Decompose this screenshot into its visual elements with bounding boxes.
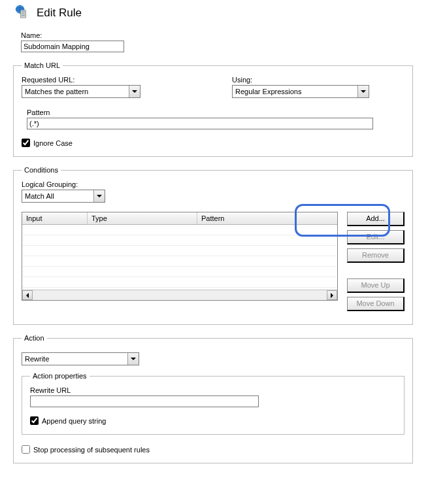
scroll-left-icon[interactable] <box>22 290 33 300</box>
using-label: Using: <box>232 76 369 84</box>
chevron-down-icon <box>93 190 105 202</box>
requested-url-label: Requested URL: <box>22 76 141 84</box>
svg-rect-5 <box>22 15 25 16</box>
ignore-case-label: Ignore Case <box>33 139 73 147</box>
move-up-button[interactable]: Move Up <box>347 278 405 293</box>
svg-rect-4 <box>22 13 25 14</box>
rewrite-url-label: Rewrite URL <box>30 386 396 394</box>
rewrite-url-input[interactable] <box>30 395 259 407</box>
table-row <box>22 256 337 267</box>
page-title: Edit Rule <box>37 7 82 20</box>
append-query-checkbox[interactable] <box>30 416 39 425</box>
grouping-dropdown[interactable]: Match All <box>22 190 105 203</box>
remove-button[interactable]: Remove <box>347 248 405 263</box>
stop-processing-checkbox[interactable] <box>22 445 30 454</box>
table-row <box>22 267 337 277</box>
svg-rect-3 <box>22 11 25 12</box>
action-group: Action Rewrite Action properties Rewrite… <box>13 334 413 463</box>
chevron-down-icon <box>129 86 140 97</box>
conditions-group: Conditions Logical Grouping: Match All I… <box>13 166 413 325</box>
using-dropdown[interactable]: Regular Expressions <box>232 85 369 98</box>
name-label: Name: <box>21 31 413 39</box>
horizontal-scrollbar[interactable] <box>22 290 337 300</box>
table-row <box>22 225 337 235</box>
requested-url-dropdown[interactable]: Matches the pattern <box>22 85 141 98</box>
conditions-table[interactable]: Input Type Pattern <box>22 212 338 301</box>
action-properties-legend: Action properties <box>30 372 90 380</box>
match-url-legend: Match URL <box>22 61 63 69</box>
add-button[interactable]: Add... <box>347 212 405 226</box>
match-url-group: Match URL Requested URL: Matches the pat… <box>13 61 413 157</box>
col-input[interactable]: Input <box>22 212 88 224</box>
pattern-input[interactable] <box>27 118 373 129</box>
ignore-case-checkbox[interactable] <box>22 139 30 147</box>
table-row <box>22 277 337 288</box>
app-icon <box>13 4 30 22</box>
edit-button[interactable]: Edit... <box>347 230 405 244</box>
scroll-track[interactable] <box>33 290 327 300</box>
name-input[interactable] <box>21 41 124 52</box>
pattern-label: Pattern <box>27 109 405 116</box>
table-row <box>22 235 337 246</box>
action-legend: Action <box>22 334 47 342</box>
stop-processing-label: Stop processing of subsequent rules <box>33 446 150 454</box>
append-query-label: Append query string <box>42 417 106 425</box>
chevron-down-icon <box>127 353 139 365</box>
grouping-label: Logical Grouping: <box>22 180 405 188</box>
scroll-right-icon[interactable] <box>327 290 337 300</box>
chevron-down-icon <box>357 86 369 97</box>
table-row <box>22 246 337 256</box>
action-properties-group: Action properties Rewrite URL Append que… <box>22 372 405 435</box>
table-body <box>22 225 337 290</box>
page-header: Edit Rule <box>13 4 413 22</box>
col-pattern[interactable]: Pattern <box>197 212 337 224</box>
col-type[interactable]: Type <box>88 212 197 224</box>
conditions-legend: Conditions <box>22 166 61 174</box>
move-down-button[interactable]: Move Down <box>347 297 405 311</box>
table-header: Input Type Pattern <box>22 212 337 225</box>
action-type-dropdown[interactable]: Rewrite <box>22 352 139 365</box>
